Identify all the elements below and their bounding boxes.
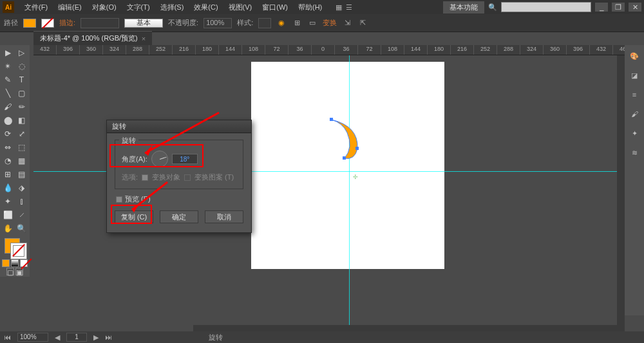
- ok-button[interactable]: 确定: [160, 210, 198, 223]
- menu-effect[interactable]: 效果(C): [190, 1, 222, 14]
- angle-input[interactable]: [172, 154, 198, 164]
- dialog-title[interactable]: 旋转: [107, 120, 251, 133]
- rotate-tool[interactable]: ⟳: [1, 127, 14, 140]
- align-icon[interactable]: ⊞: [292, 18, 302, 28]
- direct-selection-tool[interactable]: ▷: [15, 46, 28, 59]
- perspective-tool[interactable]: ▦: [15, 154, 28, 167]
- window-minimize[interactable]: ⎯: [595, 3, 608, 12]
- menu-window[interactable]: 窗口(W): [258, 1, 292, 14]
- ruler-tick: 144: [219, 45, 242, 55]
- menu-type[interactable]: 文字(T): [123, 1, 154, 14]
- shape-builder-tool[interactable]: ◔: [1, 154, 14, 167]
- preview-label: 预览 (P): [125, 194, 151, 204]
- magic-wand-tool[interactable]: ✴: [1, 60, 14, 73]
- blend-tool[interactable]: ⬗: [15, 181, 28, 194]
- shape-icon[interactable]: ▭: [307, 18, 317, 28]
- menu-help[interactable]: 帮助(H): [294, 1, 326, 14]
- stroke-style-dropdown[interactable]: 基本: [124, 19, 163, 28]
- color-mode-solid[interactable]: [2, 259, 10, 267]
- width-tool[interactable]: ⇔: [1, 141, 14, 154]
- preview-checkbox[interactable]: [116, 196, 122, 203]
- close-icon[interactable]: ×: [142, 35, 146, 42]
- mesh-tool[interactable]: ⊞: [1, 168, 14, 181]
- blob-brush-tool[interactable]: ⬤: [1, 114, 14, 127]
- rectangle-tool[interactable]: ▢: [15, 87, 28, 100]
- layers-panel-icon[interactable]: ≋: [627, 145, 641, 160]
- stroke-weight-input[interactable]: [80, 18, 119, 28]
- transform-label[interactable]: 变换: [323, 18, 337, 28]
- paintbrush-tool[interactable]: 🖌: [1, 100, 14, 113]
- stroke-color[interactable]: [11, 243, 26, 259]
- scrollbar-vertical[interactable]: [617, 55, 625, 325]
- symbol-sprayer-tool[interactable]: ✦: [1, 195, 14, 208]
- scrollbar-horizontal[interactable]: [193, 325, 625, 331]
- menu-select[interactable]: 选择(S): [156, 1, 188, 14]
- edit-icon[interactable]: ⇱: [357, 18, 368, 28]
- cancel-button[interactable]: 取消: [205, 210, 243, 223]
- menu-view[interactable]: 视图(V): [225, 1, 256, 14]
- type-tool[interactable]: T: [15, 73, 28, 86]
- menu-file[interactable]: 文件(F): [21, 1, 52, 14]
- nav-next-icon[interactable]: ▶: [93, 333, 99, 342]
- stroke-swatch[interactable]: [41, 19, 54, 28]
- symbols-panel-icon[interactable]: ✦: [627, 126, 641, 140]
- eyedropper-tool[interactable]: 💧: [1, 181, 14, 194]
- artboard-tool[interactable]: ⬜: [1, 209, 14, 221]
- zoom-input[interactable]: 100%: [17, 333, 48, 342]
- rotation-center-marker: ✢: [353, 174, 358, 180]
- color-mode-row: [1, 259, 28, 267]
- hand-tool[interactable]: ✋: [1, 222, 14, 235]
- color-mode-none[interactable]: [20, 259, 28, 267]
- gradient-tool[interactable]: ▤: [15, 168, 28, 181]
- selection-tool[interactable]: ▶: [1, 46, 14, 59]
- ruler-tick: 396: [57, 45, 80, 55]
- graph-tool[interactable]: ⫿: [15, 195, 28, 208]
- selected-crescent-shape[interactable]: [327, 116, 362, 162]
- graphic-style-dropdown[interactable]: [258, 18, 271, 28]
- color-panel-icon[interactable]: 🎨: [627, 49, 641, 63]
- lasso-tool[interactable]: ◌: [15, 60, 28, 73]
- fill-stroke-control[interactable]: [1, 236, 28, 259]
- transform-patterns-checkbox[interactable]: [184, 174, 191, 181]
- copy-button[interactable]: 复制 (C): [115, 210, 153, 223]
- nav-prev-icon[interactable]: ◀: [55, 333, 60, 342]
- ruler-tick: 432: [33, 45, 57, 55]
- zoom-tool[interactable]: 🔍: [15, 222, 28, 235]
- menu-object[interactable]: 对象(O): [88, 1, 120, 14]
- ruler-tick: 144: [404, 45, 428, 55]
- brushes-panel-icon[interactable]: 🖌: [627, 107, 641, 121]
- document-tab[interactable]: 未标题-4* @ 100% (RGB/预览) ×: [33, 31, 152, 45]
- color-mode-gradient[interactable]: [11, 259, 19, 267]
- swatches-panel-icon[interactable]: ◪: [627, 68, 641, 82]
- arrange-icon[interactable]: ☰: [344, 2, 354, 12]
- slice-tool[interactable]: ⟋: [15, 209, 28, 221]
- stroke-panel-icon[interactable]: ≡: [627, 88, 641, 102]
- pencil-tool[interactable]: ✏: [15, 100, 28, 113]
- status-tool-label: 旋转: [209, 333, 223, 342]
- angle-dial[interactable]: [151, 151, 168, 167]
- pen-tool[interactable]: ✎: [1, 73, 14, 86]
- bridge-icon[interactable]: ▦: [334, 2, 344, 12]
- menu-edit[interactable]: 编辑(E): [54, 1, 86, 14]
- fill-swatch[interactable]: [23, 19, 36, 28]
- window-close[interactable]: ✕: [629, 3, 641, 12]
- search-input[interactable]: [501, 2, 591, 12]
- transform-objects-checkbox[interactable]: [142, 174, 148, 181]
- eraser-tool[interactable]: ◧: [15, 114, 28, 127]
- opacity-input[interactable]: 100%: [204, 18, 232, 28]
- ruler-tick: 108: [242, 45, 265, 55]
- isolate-icon[interactable]: ⇲: [342, 18, 352, 28]
- screen-mode-normal[interactable]: ▢: [6, 268, 14, 275]
- free-transform-tool[interactable]: ⬚: [15, 141, 28, 154]
- window-maximize[interactable]: ❐: [612, 3, 625, 12]
- ruler-tick: 36: [289, 45, 312, 55]
- nav-last-icon[interactable]: ⏭: [105, 333, 112, 341]
- artboard-number[interactable]: 1: [66, 333, 87, 342]
- workspace-switcher[interactable]: 基本功能: [443, 1, 484, 14]
- nav-first-icon[interactable]: ⏮: [4, 333, 11, 341]
- line-tool[interactable]: ╲: [1, 87, 14, 100]
- ruler-tick: 360: [544, 45, 567, 55]
- recolor-icon[interactable]: ◉: [276, 18, 287, 28]
- guide-vertical[interactable]: [349, 55, 350, 325]
- scale-tool[interactable]: ⤢: [15, 127, 28, 140]
